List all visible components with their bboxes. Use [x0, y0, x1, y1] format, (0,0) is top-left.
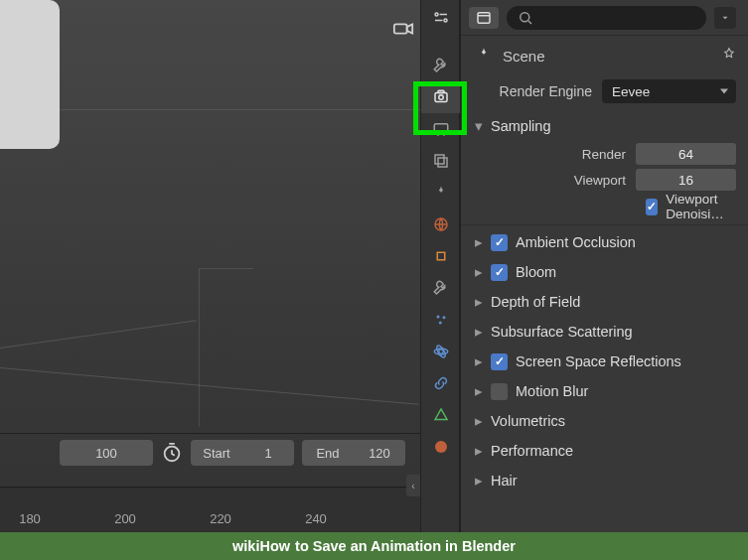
search-input[interactable] — [507, 6, 706, 30]
start-label: Start — [191, 446, 242, 461]
render-samples-row: Render 64 — [461, 141, 748, 167]
motion-blur-checkbox[interactable] — [491, 383, 508, 400]
caption-brand: wikiHow — [232, 538, 290, 554]
svg-rect-19 — [478, 12, 490, 23]
caption-text: to Save an Animation in Blender — [295, 538, 516, 554]
ssr-label: Screen Space Reflections — [516, 353, 681, 369]
particles-tab-icon[interactable] — [421, 304, 461, 336]
render-engine-value: Eevee — [612, 84, 650, 99]
properties-tab-strip — [420, 0, 460, 532]
search-field[interactable] — [540, 10, 696, 25]
svg-rect-6 — [438, 90, 444, 92]
separator — [461, 224, 748, 225]
chevron-right-icon — [473, 264, 485, 280]
ruler-tick: 220 — [210, 511, 231, 526]
svg-point-15 — [439, 350, 444, 354]
object-tab-icon[interactable] — [421, 240, 461, 272]
output-tab-icon[interactable] — [421, 113, 461, 145]
filter-dropdown[interactable] — [714, 7, 736, 29]
physics-tab-icon[interactable] — [421, 336, 461, 367]
dof-label: Depth of Field — [491, 294, 580, 310]
material-tab-icon[interactable] — [421, 431, 461, 463]
modifiers-tab-icon[interactable] — [421, 272, 461, 304]
hair-label: Hair — [491, 473, 518, 489]
world-tab-icon[interactable] — [421, 209, 461, 240]
panel-body: Scene Render Engine Eevee Sampling Rende… — [461, 36, 748, 495]
section-ambient-occlusion[interactable]: Ambient Occlusion — [461, 227, 748, 257]
svg-point-14 — [439, 322, 442, 325]
section-bloom[interactable]: Bloom — [461, 257, 748, 287]
auto-keyframe-icon[interactable] — [161, 442, 183, 464]
section-motion-blur[interactable]: Motion Blur — [461, 376, 748, 406]
viewlayer-tab-icon[interactable] — [421, 145, 461, 177]
object-edge — [199, 268, 253, 427]
chevron-right-icon — [473, 473, 485, 489]
chevron-right-icon — [473, 234, 485, 250]
viewport-samples-field[interactable]: 16 — [636, 169, 736, 191]
svg-point-12 — [437, 316, 440, 319]
viewport-denoise-label: Viewport Denoisi… — [666, 192, 748, 221]
scene-label: Scene — [503, 48, 545, 65]
options-icon[interactable] — [421, 0, 461, 38]
svg-rect-4 — [435, 93, 447, 102]
camera-icon — [392, 18, 414, 36]
viewport-denoise-row: Viewport Denoisi… — [461, 193, 748, 220]
panel-header — [461, 0, 748, 36]
svg-rect-11 — [437, 252, 445, 260]
ambient-occlusion-checkbox[interactable] — [491, 234, 508, 251]
section-volumetrics[interactable]: Volumetrics — [461, 406, 748, 436]
end-value: 120 — [354, 446, 405, 461]
svg-rect-9 — [438, 158, 447, 167]
viewport-samples-row: Viewport 16 — [461, 167, 748, 193]
timeline-controls: 100 Start 1 End 120 — [60, 440, 405, 466]
scene-icon — [475, 46, 493, 67]
render-tab-icon[interactable] — [421, 81, 461, 113]
chevron-right-icon — [473, 383, 485, 399]
chevron-right-icon — [473, 353, 485, 369]
svg-point-2 — [435, 13, 438, 16]
section-depth-of-field[interactable]: Depth of Field — [461, 287, 748, 317]
svg-point-20 — [521, 12, 529, 21]
section-performance[interactable]: Performance — [461, 436, 748, 466]
tool-tab-icon[interactable] — [421, 50, 461, 81]
render-engine-row: Render Engine Eevee — [461, 75, 748, 107]
svg-point-5 — [439, 95, 444, 100]
ruler-tick: 240 — [305, 511, 327, 526]
ruler-tick: 200 — [114, 511, 136, 526]
section-subsurface-scattering[interactable]: Subsurface Scattering — [461, 317, 748, 347]
volumetrics-label: Volumetrics — [491, 413, 565, 429]
render-engine-label: Render Engine — [475, 83, 592, 99]
start-frame-field[interactable]: Start 1 — [191, 440, 294, 466]
panel-resize-handle[interactable]: ‹ — [406, 475, 420, 496]
render-engine-select[interactable]: Eevee — [602, 79, 736, 103]
constraints-tab-icon[interactable] — [421, 367, 461, 399]
bloom-checkbox[interactable] — [491, 264, 508, 281]
chevron-down-icon — [473, 118, 485, 134]
bloom-label: Bloom — [516, 264, 556, 280]
section-screen-space-reflections[interactable]: Screen Space Reflections — [461, 347, 748, 376]
chevron-right-icon — [473, 294, 485, 310]
scene-tab-icon[interactable] — [421, 177, 461, 209]
mesh-tab-icon[interactable] — [421, 399, 461, 431]
performance-label: Performance — [491, 443, 573, 459]
sampling-label: Sampling — [491, 118, 550, 134]
end-frame-field[interactable]: End 120 — [302, 440, 405, 466]
current-frame-field[interactable]: 100 — [60, 440, 153, 466]
timeline: 100 Start 1 End 120 180 200 220 240 ‹ — [0, 433, 420, 532]
motion-blur-label: Motion Blur — [516, 383, 588, 399]
viewport-samples-label: Viewport — [483, 173, 636, 188]
pin-icon[interactable] — [720, 46, 738, 67]
svg-rect-7 — [434, 124, 448, 135]
editor-type-dropdown[interactable] — [469, 7, 499, 29]
sss-label: Subsurface Scattering — [491, 324, 633, 340]
render-samples-field[interactable]: 64 — [636, 143, 736, 165]
ssr-checkbox[interactable] — [491, 353, 508, 370]
svg-rect-0 — [394, 24, 407, 33]
chevron-right-icon — [473, 324, 485, 340]
section-sampling[interactable]: Sampling — [461, 111, 748, 141]
section-hair[interactable]: Hair — [461, 466, 748, 495]
timeline-ruler[interactable]: 180 200 220 240 — [0, 487, 420, 532]
viewport-denoise-checkbox[interactable] — [646, 199, 658, 215]
scene-row: Scene — [461, 36, 748, 75]
chevron-right-icon — [473, 413, 485, 429]
